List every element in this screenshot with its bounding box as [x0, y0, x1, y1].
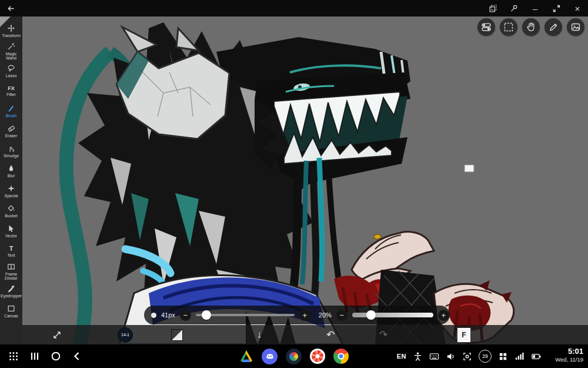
- color-swatch-button[interactable]: [171, 325, 183, 344]
- tool-eyedropper[interactable]: Eyedropper: [0, 281, 22, 301]
- resize-icon[interactable]: [550, 2, 562, 14]
- tool-label: Special: [5, 194, 18, 198]
- flower-core: [312, 350, 323, 362]
- floating-toolbar: [477, 18, 584, 36]
- apps-grid-icon[interactable]: [8, 351, 19, 362]
- paint-app-icon[interactable]: [286, 349, 302, 364]
- tool-canvas[interactable]: Canvas: [0, 301, 22, 321]
- chrome-core: [338, 353, 345, 360]
- brush-preview[interactable]: 14-1: [118, 325, 133, 344]
- layer-panel-button[interactable]: F: [456, 325, 472, 344]
- undo-button[interactable]: ↶: [323, 325, 338, 344]
- brush-size-value: 41px: [161, 311, 175, 319]
- keyboard-icon[interactable]: [429, 352, 439, 362]
- opacity-plus-button[interactable]: +: [438, 310, 449, 321]
- minus-glyph: −: [340, 311, 345, 319]
- hand-tool-button[interactable]: [522, 18, 540, 36]
- hand-icon: [526, 22, 536, 32]
- tool-label: Vector: [5, 234, 17, 238]
- move-arrows-icon: [52, 330, 62, 340]
- capture-icon[interactable]: [462, 352, 472, 362]
- tool-label: Frame Divider: [1, 272, 22, 281]
- brush-size-minus-button[interactable]: −: [180, 310, 191, 321]
- home-icon[interactable]: [51, 351, 61, 362]
- toggles-icon: [481, 22, 492, 32]
- close-glyph: ×: [575, 4, 580, 13]
- special-icon: [7, 184, 15, 193]
- down-arrow-icon: ↓: [257, 330, 262, 340]
- canvas[interactable]: [22, 16, 588, 344]
- tool-magic-wand[interactable]: Magic Wand: [0, 41, 22, 61]
- volume-icon[interactable]: [446, 352, 456, 362]
- grid-small-icon: [498, 352, 508, 362]
- tool-vector[interactable]: Vector: [0, 221, 22, 241]
- opacity-knob[interactable]: [366, 310, 376, 320]
- panel-toggle-button[interactable]: [477, 18, 495, 36]
- brush-preview-label: 14-1: [121, 333, 129, 337]
- brush-preview-circle: 14-1: [118, 327, 133, 343]
- time-label: 5:01: [542, 347, 583, 356]
- tool-label: Lasso: [6, 74, 17, 78]
- opacity-minus-button[interactable]: −: [336, 310, 348, 321]
- back-icon[interactable]: [72, 351, 82, 362]
- opacity-slider[interactable]: [352, 313, 433, 317]
- signal-icon: [514, 352, 524, 362]
- tool-eraser[interactable]: Eraser: [0, 121, 22, 141]
- brush-settings-bar: 41px − + 20% − +: [144, 306, 450, 324]
- accessibility-icon[interactable]: [413, 352, 423, 362]
- tool-label: Filter: [6, 92, 16, 97]
- close-icon[interactable]: ×: [572, 2, 583, 14]
- text-icon: T: [9, 246, 14, 252]
- tool-frame-divider[interactable]: Frame Divider: [0, 261, 22, 281]
- tool-text[interactable]: T Text: [0, 241, 22, 261]
- brush-icon: [7, 104, 15, 112]
- screenshot-icon[interactable]: [487, 2, 499, 14]
- chrome-app-icon[interactable]: [333, 349, 349, 364]
- bucket-icon: [7, 204, 15, 213]
- tool-label: Eraser: [5, 134, 18, 138]
- transform-view-button[interactable]: [49, 325, 65, 344]
- hide-ui-button[interactable]: ↓: [253, 325, 266, 344]
- tool-label: Bucket: [5, 214, 17, 218]
- language-indicator[interactable]: EN: [397, 353, 406, 360]
- selection-icon: [503, 22, 514, 32]
- lasso-icon: [7, 64, 15, 72]
- brush-size-knob[interactable]: [202, 310, 211, 320]
- layer-badge: F: [457, 328, 470, 342]
- minimize-icon[interactable]: –: [529, 2, 541, 14]
- battery-icon: [531, 352, 541, 362]
- recents-icon[interactable]: [29, 351, 40, 362]
- eyedropper-icon: [7, 284, 15, 293]
- smudge-icon: [7, 144, 15, 152]
- tool-lasso[interactable]: Lasso: [0, 61, 22, 81]
- drive-app-icon[interactable]: [239, 350, 253, 363]
- tool-label: Transform: [2, 34, 21, 38]
- minus-glyph: −: [183, 311, 188, 319]
- brush-size-slider[interactable]: [196, 314, 295, 316]
- tool-blur[interactable]: Blur: [0, 161, 22, 181]
- tool-filter[interactable]: FX Filter: [0, 81, 22, 101]
- pin-icon[interactable]: [508, 2, 520, 14]
- discord-app-icon[interactable]: [262, 349, 278, 364]
- redo-button[interactable]: ↷: [376, 325, 390, 344]
- android-navbar: EN 29 5:01 Wed, 11/19: [0, 344, 588, 368]
- back-arrow-icon[interactable]: [5, 2, 16, 14]
- sidebar-corner-handle[interactable]: [0, 16, 11, 27]
- brush-size-plus-button[interactable]: +: [299, 310, 310, 321]
- paint-ring: [289, 352, 298, 361]
- materials-button[interactable]: [567, 18, 584, 36]
- blur-icon: [7, 164, 15, 173]
- tool-smudge[interactable]: Smudge: [0, 141, 22, 161]
- tool-brush[interactable]: Brush: [0, 101, 22, 121]
- battery-percent-indicator[interactable]: 29: [479, 350, 492, 363]
- tool-bucket[interactable]: Bucket: [0, 201, 22, 221]
- pen-button[interactable]: [544, 18, 562, 36]
- tool-label: Smudge: [4, 154, 19, 158]
- tool-special[interactable]: Special: [0, 181, 22, 201]
- gallery-app-icon[interactable]: [310, 349, 325, 364]
- opacity-value: 20%: [319, 311, 332, 319]
- tool-label: Blur: [8, 174, 15, 178]
- pen-icon: [548, 22, 559, 32]
- tool-label: Eyedropper: [1, 294, 22, 298]
- select-button[interactable]: [500, 18, 517, 36]
